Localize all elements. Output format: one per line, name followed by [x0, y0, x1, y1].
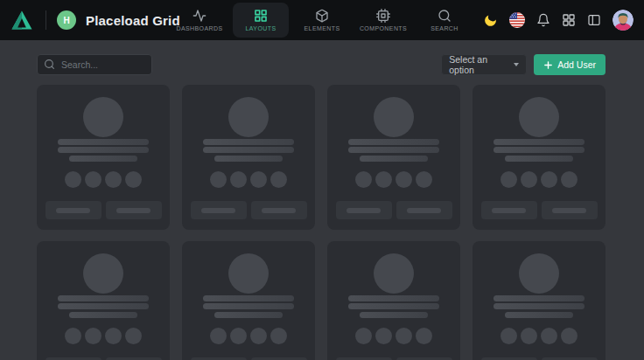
dot-placeholder [541, 171, 557, 188]
icon-dots-placeholder [500, 171, 578, 188]
icon-dots-placeholder [65, 328, 142, 344]
placeload-card [182, 85, 315, 230]
avatar-placeholder [519, 253, 559, 294]
dot-placeholder [561, 328, 578, 344]
apps-menu-button[interactable] [562, 13, 576, 27]
user-avatar[interactable] [612, 10, 634, 31]
dot-placeholder [375, 171, 392, 188]
brand-divider [46, 10, 46, 30]
text-line-placeholder [214, 156, 283, 162]
dot-placeholder [250, 171, 267, 188]
dot-placeholder [396, 171, 412, 188]
button-row-placeholder [481, 201, 598, 219]
box-icon [315, 9, 329, 23]
nav-item-search[interactable]: SEARCH [416, 3, 472, 38]
text-line-placeholder [58, 147, 149, 153]
button-bar-placeholder [262, 208, 296, 213]
text-line-placeholder [69, 156, 137, 162]
text-line-placeholder [494, 295, 584, 301]
nav-item-dashboards[interactable]: DASHBOARDS [172, 3, 228, 38]
us-flag-icon [509, 12, 525, 28]
apps-grid-icon [562, 13, 576, 27]
page-title: Placeload Grid [86, 13, 180, 28]
text-line-placeholder [348, 303, 439, 309]
button-placeholder [542, 201, 598, 219]
notifications-button[interactable] [536, 13, 550, 27]
placeload-card [472, 85, 606, 230]
dot-placeholder [521, 328, 537, 344]
nav-item-label: LAYOUTS [246, 25, 276, 31]
language-selector[interactable] [509, 12, 525, 28]
grid-icon [254, 9, 268, 23]
navbar: H Placeload Grid DASHBOARDS LAYOUTS ELEM… [0, 0, 644, 40]
placeload-card [327, 85, 460, 230]
nav-item-label: SEARCH [430, 25, 458, 31]
avatar-placeholder [83, 253, 123, 294]
avatar-placeholder [374, 253, 414, 294]
button-placeholder [191, 201, 247, 219]
search-box [37, 54, 152, 75]
dot-placeholder [230, 328, 247, 344]
button-placeholder [481, 201, 537, 219]
sidebar-toggle-button[interactable] [587, 13, 601, 27]
button-placeholder [251, 201, 307, 219]
nav-item-label: COMPONENTS [360, 25, 407, 31]
navbar-actions [483, 10, 634, 31]
text-line-placeholder [348, 147, 439, 153]
placeload-card [327, 241, 460, 360]
icon-dots-placeholder [210, 328, 287, 344]
dot-placeholder [230, 171, 247, 188]
dot-placeholder [396, 328, 412, 344]
text-line-placeholder [214, 312, 283, 318]
dot-placeholder [250, 328, 267, 344]
avatar-placeholder [83, 97, 123, 137]
avatar-placeholder [374, 97, 414, 137]
nav-item-label: ELEMENTS [304, 25, 340, 31]
text-line-placeholder [203, 147, 294, 153]
dot-placeholder [210, 328, 227, 344]
text-line-placeholder [203, 139, 294, 145]
dot-placeholder [65, 328, 81, 344]
dark-mode-toggle[interactable] [483, 13, 498, 28]
button-row-placeholder [191, 201, 307, 219]
app-logo-icon[interactable] [10, 9, 33, 31]
add-user-label: Add User [557, 59, 596, 70]
nav-item-layouts[interactable]: LAYOUTS [233, 3, 289, 38]
dot-placeholder [125, 328, 142, 344]
text-line-placeholder [58, 139, 149, 145]
bell-icon [536, 13, 550, 27]
text-line-placeholder [494, 139, 584, 145]
select-value: Select an option [449, 54, 514, 75]
dot-placeholder [85, 328, 102, 344]
button-bar-placeholder [492, 208, 526, 213]
dot-placeholder [355, 171, 372, 188]
search-icon [438, 9, 452, 23]
avatar-placeholder [228, 253, 269, 294]
button-bar-placeholder [116, 208, 150, 213]
activity-icon [192, 9, 206, 23]
text-line-placeholder [505, 156, 573, 162]
text-line-placeholder [348, 139, 439, 145]
dot-placeholder [270, 171, 287, 188]
text-line-placeholder [360, 156, 428, 162]
workspace-badge[interactable]: H [57, 10, 76, 30]
dot-placeholder [105, 328, 122, 344]
button-row-placeholder [336, 201, 452, 219]
dot-placeholder [85, 171, 102, 188]
dot-placeholder [375, 328, 392, 344]
text-line-placeholder [494, 147, 584, 153]
icon-dots-placeholder [355, 171, 432, 188]
text-line-placeholder [360, 312, 428, 318]
dot-placeholder [500, 328, 517, 344]
nav-item-components[interactable]: COMPONENTS [355, 3, 411, 38]
nav-item-elements[interactable]: ELEMENTS [294, 3, 350, 38]
button-bar-placeholder [552, 208, 586, 213]
avatar-placeholder [228, 97, 269, 137]
button-bar-placeholder [56, 208, 90, 213]
dot-placeholder [210, 171, 227, 188]
plus-icon [543, 60, 553, 70]
dot-placeholder [521, 171, 537, 188]
placeload-card [37, 85, 170, 230]
user-filter-select[interactable]: Select an option [441, 54, 527, 75]
add-user-button[interactable]: Add User [534, 54, 606, 75]
